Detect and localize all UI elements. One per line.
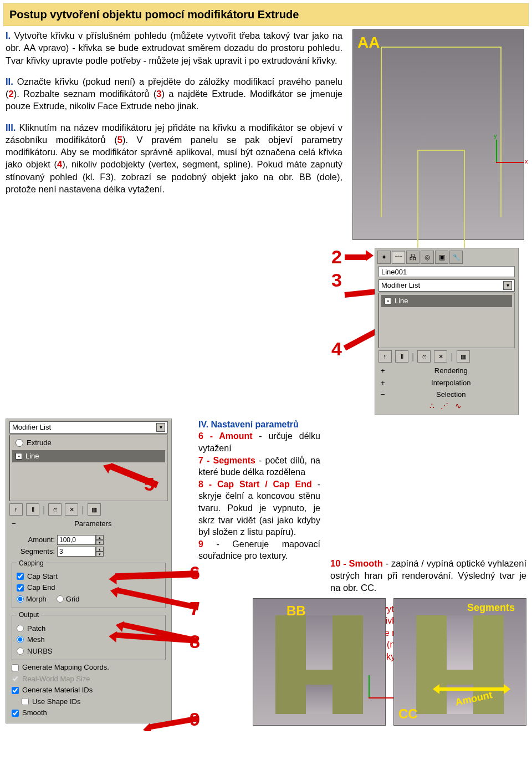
make-unique-icon[interactable]: ෆ	[417, 350, 431, 363]
nurbs-radio[interactable]	[17, 647, 24, 655]
spin-down-icon[interactable]: ▾	[96, 540, 104, 545]
callout-2: 2	[331, 244, 342, 270]
rollout-interpolation[interactable]: +Interpolation	[378, 377, 515, 389]
label-segments: Segments	[467, 601, 515, 614]
pin-stack-icon[interactable]: ⫯	[9, 503, 23, 516]
rollout-selection[interactable]: −Selection	[378, 389, 515, 401]
make-unique-icon[interactable]: ෆ	[48, 503, 62, 516]
step-1: I. Vytvořte křivku v příslušném pohledu …	[6, 29, 342, 67]
expand-icon[interactable]: ▪	[16, 453, 22, 460]
rollout-rendering[interactable]: +Rendering	[378, 365, 515, 377]
tab-create-icon[interactable]: ✦	[377, 251, 391, 264]
modifier-list-dropdown-left[interactable]: Modifier List ▾	[9, 421, 168, 434]
spin-up-icon[interactable]: ▴	[96, 547, 104, 552]
segments-label: Segments:	[12, 547, 55, 557]
segments-spinner[interactable]: ▴▾	[57, 547, 104, 557]
label-aa: AA	[357, 32, 380, 53]
page-title: Postup vytvoření objektu pomocí modifiká…	[3, 3, 529, 26]
rollout-parameters[interactable]: −Parameters	[9, 518, 168, 530]
step-2: II. Označte křivku (pokud není) a přejdě…	[6, 75, 342, 113]
modifier-list-dropdown[interactable]: Modifier List ▾	[378, 279, 515, 292]
chevron-down-icon[interactable]: ▾	[156, 423, 165, 432]
extrude-parameters-panel: Modifier List ▾ Extrude ▪ Line ⫯ Ⅱ	[6, 419, 172, 723]
preview-bb: BB	[253, 598, 386, 726]
amount-spinner[interactable]: ▴▾	[57, 535, 104, 545]
morph-radio[interactable]	[17, 595, 24, 603]
configure-sets-icon[interactable]: ▦	[457, 350, 470, 363]
cmd-panel-tabs: ✦ 〰 品 ◎ ▣ 🔧	[375, 248, 518, 265]
stack-item-line[interactable]: ▪ Line	[12, 450, 165, 462]
gen-material-checkbox[interactable]	[12, 687, 19, 694]
show-end-result-icon[interactable]: Ⅱ	[26, 503, 39, 516]
stack-toolbar-left: ⫯ Ⅱ | ෆ ✕ | ▦	[9, 503, 168, 516]
preview-cc: Segments Amount CC	[393, 598, 526, 726]
patch-radio[interactable]	[17, 625, 24, 632]
cap-end-checkbox[interactable]	[17, 584, 24, 592]
cap-start-checkbox[interactable]	[17, 573, 24, 580]
viewport-aa: AA xy	[352, 29, 524, 240]
tab-motion-icon[interactable]: ◎	[421, 251, 434, 264]
subobject-icons[interactable]: ∴ ⋰ ∿	[378, 401, 515, 411]
tab-modify-icon[interactable]: 〰	[392, 251, 405, 264]
real-world-checkbox	[12, 675, 19, 682]
step-3-lead: III.	[6, 123, 16, 132]
step-2-lead: II.	[6, 77, 13, 86]
tab-utilities-icon[interactable]: 🔧	[449, 251, 463, 264]
chevron-down-icon[interactable]: ▾	[503, 281, 512, 290]
gen-mapping-checkbox[interactable]	[12, 664, 19, 671]
use-shape-ids-checkbox[interactable]	[22, 698, 29, 705]
label-cc: CC	[398, 705, 418, 723]
step-3: III. Kliknutím na název modifikátoru jej…	[6, 121, 342, 196]
spin-down-icon[interactable]: ▾	[96, 552, 104, 557]
curve-shape	[381, 47, 502, 217]
smooth-note: 10 - Smooth - zapíná / vypíná optické vy…	[330, 557, 526, 594]
spin-up-icon[interactable]: ▴	[96, 535, 104, 540]
amount-input[interactable]	[57, 535, 96, 545]
amount-label: Amount:	[12, 535, 55, 545]
expand-icon[interactable]: ▪	[385, 298, 391, 304]
configure-sets-icon[interactable]: ▦	[88, 503, 101, 516]
smooth-checkbox[interactable]	[12, 710, 19, 717]
stack-item-line[interactable]: ▪ Line	[381, 295, 512, 307]
show-end-result-icon[interactable]: Ⅱ	[395, 350, 408, 363]
grid-radio[interactable]	[57, 595, 64, 603]
pin-stack-icon[interactable]: ⫯	[378, 350, 392, 363]
tab-hierarchy-icon[interactable]: 品	[406, 251, 420, 264]
capping-group: Capping Cap Start Cap End Morph Grid	[12, 559, 166, 609]
step-1-lead: I.	[6, 30, 11, 40]
command-panel: ✦ 〰 品 ◎ ▣ 🔧 Line001 Modifier List ▾	[375, 248, 519, 415]
object-name-field[interactable]: Line001	[378, 266, 515, 277]
remove-modifier-icon[interactable]: ✕	[434, 350, 447, 363]
mesh-radio[interactable]	[17, 636, 24, 643]
remove-modifier-icon[interactable]: ✕	[65, 503, 78, 516]
stack-item-extrude[interactable]: Extrude	[12, 437, 165, 449]
modifier-stack[interactable]: ▪ Line	[378, 293, 515, 348]
lightbulb-icon[interactable]	[16, 439, 23, 447]
callout-3: 3	[331, 268, 342, 293]
segments-input[interactable]	[57, 547, 96, 557]
stack-toolbar: ⫯ Ⅱ | ෆ ✕ | ▦	[378, 350, 515, 363]
tab-display-icon[interactable]: ▣	[435, 251, 448, 264]
callout-4: 4	[331, 336, 342, 362]
